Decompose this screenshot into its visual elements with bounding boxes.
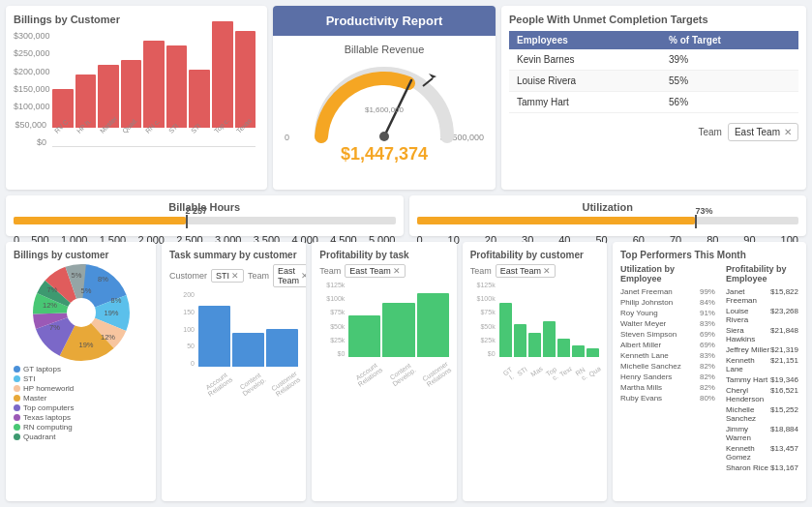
profit-row: Cheryl Henderson$16,521	[726, 386, 798, 403]
task-customer-label: Customer	[169, 271, 207, 281]
profit-row: Jeffrey Miller$21,319	[726, 345, 798, 354]
gauge-value: $1,447,374	[281, 144, 488, 164]
task-bar-3	[266, 329, 298, 367]
task-bar-1	[198, 306, 230, 367]
billable-hours-card: Billable Hours 2 257 0 500 1 000 1 500 2…	[6, 195, 404, 236]
x-axis	[52, 146, 256, 147]
task-team-select[interactable]: East Team ✕	[273, 264, 306, 287]
pie-legend: GT laptops STI HP homeworld Master Top c…	[14, 365, 148, 441]
billable-hours-fill	[14, 217, 186, 224]
task-x-labels: Account Relations Content Develop. Custo…	[169, 378, 298, 392]
prof-task-title: Profitability by task	[319, 250, 448, 260]
svg-point-1	[379, 132, 389, 141]
utilization-bg	[417, 217, 799, 224]
gauge-svg: $1,600,000	[307, 59, 462, 146]
util-row: Martha Mills 82%	[620, 383, 718, 392]
top-row: Billings by Customer $300,000 $250,000 $…	[6, 6, 806, 190]
prof-task-bar-3	[417, 293, 449, 357]
prof-cust-x-labels: GT l. STI Mast. Top c. Texas RN c. Quad.	[470, 369, 599, 382]
y-axis-labels: $300,000 $250,000 $200,000 $150,000 $100…	[14, 31, 50, 147]
task-customer-select[interactable]: STI ✕	[211, 269, 244, 283]
gauge-container: $1,600,000	[307, 59, 462, 136]
util-rows: Janet Freeman 99% Philip Johnston 84% Ro…	[620, 287, 718, 403]
svg-text:$1,600,000: $1,600,000	[365, 105, 405, 114]
task-bar-2	[232, 333, 264, 367]
task-customer-x-icon[interactable]: ✕	[231, 271, 239, 281]
utilization-fill	[417, 217, 696, 224]
team-selector: Team East Team ✕	[509, 123, 798, 141]
productivity-card: Productivity Report Billable Revenue $1,	[273, 6, 496, 190]
svg-text:19%: 19%	[78, 341, 93, 349]
utilization-marker	[695, 215, 697, 228]
utilization-slider: 73%	[417, 217, 799, 232]
billings-bar-chart: $300,000 $250,000 $200,000 $150,000 $100…	[14, 31, 259, 166]
unmet-title: People With Unmet Completion Targets	[509, 14, 798, 25]
prof-task-team-select[interactable]: East Team ✕	[345, 264, 405, 278]
bar-sti: STI	[166, 45, 188, 147]
task-summary-card: Task summary by customer Customer STI ✕ …	[162, 242, 306, 501]
prof-task-x-icon[interactable]: ✕	[393, 266, 401, 276]
util-col-title: Utilization by Employee	[620, 264, 718, 283]
dashboard: Billings by Customer $300,000 $250,000 $…	[0, 0, 812, 507]
prof-cust-x-icon[interactable]: ✕	[543, 266, 551, 276]
task-team-value: East Team	[278, 266, 299, 285]
bar-sti2: STI	[189, 70, 210, 147]
team-value: East Team	[735, 127, 780, 137]
gauge-bars-row: Billable Hours 2 257 0 500 1 000 1 500 2…	[6, 195, 806, 236]
profit-row: Kenneth Lane$21,151	[726, 356, 798, 373]
bar-top: Top c.	[212, 21, 233, 147]
bar-rn: RN c.	[143, 41, 165, 147]
pie-chart: 19% 12% 7% 19% 12% 8% 8% 5% 7% 5%	[33, 264, 130, 361]
svg-text:19%: 19%	[104, 309, 118, 317]
prof-task-bar-1	[348, 315, 380, 357]
svg-text:7%: 7%	[46, 285, 57, 294]
util-row: Janet Freeman 99%	[620, 287, 718, 296]
task-summary-title: Task summary by customer	[169, 250, 298, 260]
billable-hours-value: 2 257	[186, 206, 208, 216]
prof-cust-team-value: East Team	[500, 266, 541, 276]
unmet-col-target: % of Target	[661, 31, 798, 49]
prof-cust-team-select[interactable]: East Team ✕	[496, 264, 556, 278]
unmet-col-employees: Employees	[509, 31, 661, 49]
team-x-icon[interactable]: ✕	[784, 127, 792, 137]
unmet-table: Employees % of Target Kevin Barnes39%Lou…	[509, 31, 798, 113]
bar-hp: HP h.	[75, 75, 97, 147]
prof-task-x-labels: Account Relations Content Develop. Custo…	[319, 369, 448, 382]
top-perf-title: Top Performers This Month	[620, 250, 798, 260]
profit-row: Michelle Sanchez$15,252	[726, 405, 798, 423]
util-row: Kenneth Lane 83%	[620, 351, 718, 360]
util-col: Utilization by Employee Janet Freeman 99…	[620, 264, 718, 474]
unmet-table-row: Louise Rivera55%	[509, 71, 798, 92]
prof-task-team-value: East Team	[349, 266, 390, 276]
svg-text:5%: 5%	[71, 271, 81, 280]
prof-task-filter-row: Team East Team ✕	[319, 264, 448, 278]
task-team-x-icon[interactable]: ✕	[301, 271, 306, 281]
util-row: Steven Simpson 69%	[620, 330, 718, 339]
prof-cust-team-label: Team	[470, 266, 492, 276]
svg-text:7%: 7%	[49, 323, 60, 332]
utilization-value: 73%	[695, 206, 712, 216]
productivity-title: Productivity Report	[273, 6, 496, 36]
svg-point-15	[67, 298, 96, 327]
profit-col-title: Profitability by Employee	[726, 264, 798, 283]
billings-by-customer-card: Billings by Customer $300,000 $250,000 $…	[6, 6, 267, 190]
profitability-task-card: Profitability by task Team East Team ✕ $…	[312, 242, 456, 501]
perf-columns: Utilization by Employee Janet Freeman 99…	[620, 264, 798, 474]
profit-row: Louise Rivera$23,268	[726, 307, 798, 324]
bar-master: Master	[98, 65, 119, 147]
pie-card: Billings by customer 19% 12% 7% 19%	[6, 242, 156, 501]
util-row: Philip Johnston 84%	[620, 298, 718, 307]
util-row: Ruby Evans 80%	[620, 394, 718, 403]
svg-text:12%: 12%	[100, 333, 114, 342]
bar-quadrant: Quad.	[121, 60, 142, 147]
team-select[interactable]: East Team ✕	[728, 123, 798, 141]
util-row: Albert Miller 69%	[620, 341, 718, 349]
utilization-title: Utilization	[417, 201, 799, 213]
svg-text:12%: 12%	[42, 301, 56, 310]
profitability-customer-card: Profitability by customer Team East Team…	[463, 242, 607, 501]
billable-hours-bg	[14, 217, 396, 224]
prof-cust-filter-row: Team East Team ✕	[470, 264, 599, 278]
prof-task-bar-chart: $125k $100k $75k $50k $25k $0	[319, 282, 448, 369]
svg-text:5%: 5%	[80, 286, 91, 295]
svg-marker-3	[429, 74, 436, 78]
